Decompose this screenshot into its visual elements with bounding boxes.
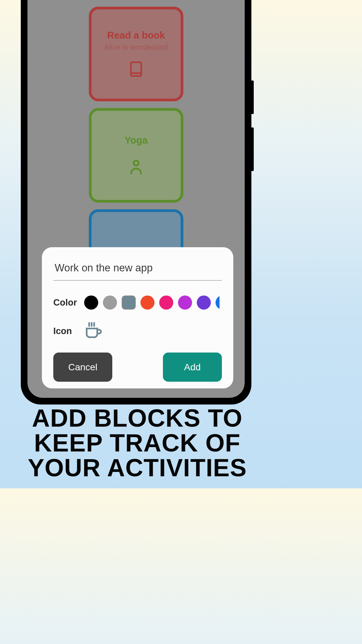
color-swatch-violet[interactable] (197, 296, 211, 310)
phone-side-button (251, 127, 254, 171)
cancel-button[interactable]: Cancel (53, 353, 112, 382)
promo-caption: ADD BLOCKS TO KEEP TRACK OF YOUR ACTIVIT… (0, 406, 275, 480)
color-swatch-purple[interactable] (178, 296, 192, 310)
color-swatch-red[interactable] (140, 296, 155, 310)
add-button[interactable]: Add (163, 353, 222, 382)
icon-label: Icon (53, 326, 78, 336)
icon-row: Icon (53, 322, 222, 340)
modal-buttons: Cancel Add (53, 353, 222, 382)
color-swatch-blue[interactable] (216, 296, 220, 310)
color-label: Color (53, 298, 78, 308)
color-swatch-slate[interactable] (122, 296, 136, 310)
color-swatches (84, 296, 220, 310)
color-swatch-black[interactable] (84, 296, 98, 310)
add-block-modal: Color Icon Cancel Add (42, 247, 233, 388)
phone-side-button (251, 80, 254, 114)
block-name-input[interactable] (53, 259, 222, 281)
color-swatch-pink[interactable] (159, 296, 173, 310)
color-swatch-grey[interactable] (103, 296, 117, 310)
coffee-icon[interactable] (84, 322, 103, 340)
color-row: Color (53, 296, 222, 310)
